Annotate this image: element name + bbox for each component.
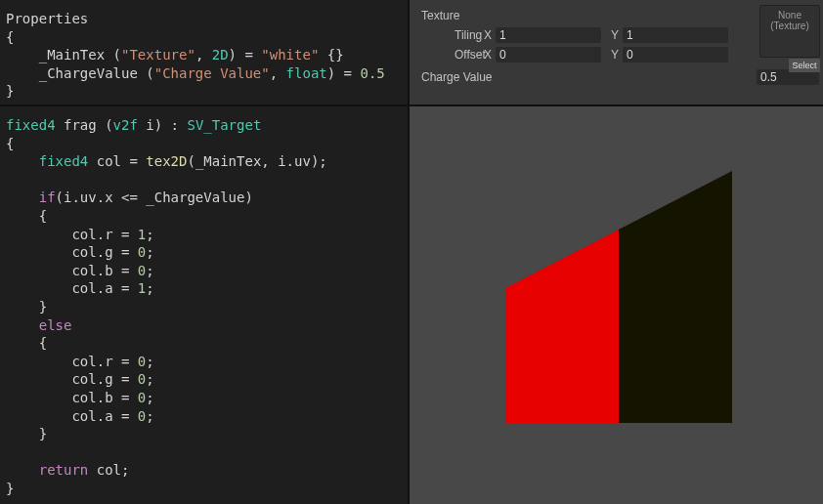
offset-x-input[interactable] (496, 47, 601, 63)
y-label: Y (607, 48, 623, 62)
texture-label: Texture (421, 9, 507, 22)
tiling-y-input[interactable] (623, 27, 728, 43)
offset-label: Offset (421, 48, 480, 62)
select-texture-button[interactable]: Select (789, 59, 820, 72)
svg-marker-1 (619, 171, 732, 423)
offset-y-input[interactable] (623, 47, 728, 63)
tiling-x-input[interactable] (496, 27, 601, 43)
texture-swatch[interactable]: None (Texture) (759, 5, 820, 58)
x-label: X (480, 48, 496, 62)
fragment-shader-code-block: fixed4 frag (v2f i) : SV_Target{ fixed4 … (0, 106, 408, 504)
tiling-label: Tiling (421, 28, 480, 42)
preview-quad (505, 171, 732, 423)
y-label: Y (607, 28, 623, 42)
swatch-type-text: (Texture) (760, 21, 819, 31)
properties-code-block: Properties{ _MainTex ("Texture", 2D) = "… (0, 0, 408, 105)
svg-marker-0 (505, 230, 619, 423)
preview-viewport[interactable] (410, 106, 823, 504)
x-label: X (480, 28, 496, 42)
swatch-none-text: None (760, 10, 819, 21)
charge-value-label: Charge Value (421, 70, 757, 84)
material-inspector-panel: Texture Tiling X Y Offset X Y Charge Val… (410, 0, 823, 105)
